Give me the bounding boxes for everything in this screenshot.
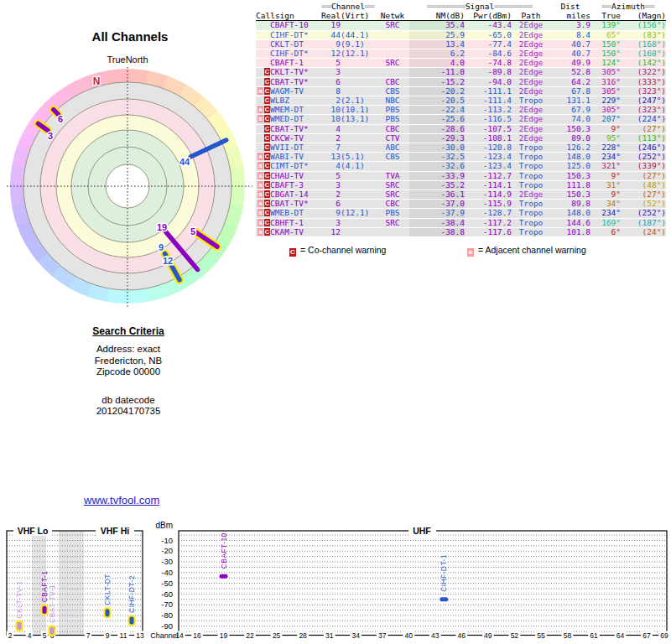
chart-marker-label: CBAT-TV-1 <box>48 584 56 623</box>
y-tick-label: -30 <box>161 557 173 566</box>
channel-tick-label: 2 <box>8 631 13 640</box>
chart-marker <box>440 597 448 601</box>
channel-tick-label: 5 <box>43 631 47 640</box>
vhf-hi-title: VHF Hi <box>101 526 130 536</box>
vhf-lo-title: VHF Lo <box>18 526 49 536</box>
y-tick-label: -20 <box>161 546 173 555</box>
chart-marker-label: CIHF-DT-1 <box>440 554 448 592</box>
chart-marker <box>43 606 47 614</box>
chart-marker-label: CIHF-DT-2 <box>127 575 136 613</box>
channel-tick-label: 28 <box>299 631 307 640</box>
y-tick-label: -70 <box>161 600 173 609</box>
channel-tick-label: 67 <box>642 631 651 640</box>
channel-tick-label: 9 <box>106 631 110 640</box>
channel-tick-label: 25 <box>273 631 281 640</box>
chart-marker-label: CBAFT-10 <box>220 532 228 569</box>
chart-marker <box>130 616 134 624</box>
channel-tick-label: 40 <box>405 631 414 640</box>
y-tick-label: -50 <box>161 579 173 588</box>
chart-marker-label: CKLT-DT <box>103 574 112 605</box>
channel-tick-label: 4 <box>28 631 32 640</box>
channel-tick-label: 22 <box>246 631 254 640</box>
signal-band-chart: VHF Lo VHF Hi UHF dBm -10-20-30-40-50-60… <box>0 0 671 644</box>
channel-tick-label: 69 <box>660 631 668 640</box>
y-tick-label: -90 <box>161 621 173 631</box>
channel-tick-label: 13 <box>136 631 144 640</box>
channel-tick-label: 37 <box>378 631 387 640</box>
channel-tick-label: 49 <box>484 631 492 640</box>
tvfool-report: All Channels TrueNorth 3644195912 N <box>0 0 671 644</box>
y-tick-label: -10 <box>161 536 173 545</box>
channel-tick-label: 46 <box>458 631 466 640</box>
x-axis-label: Channel <box>150 631 179 640</box>
uhf-panel <box>179 531 667 636</box>
channel-tick-label: 61 <box>590 631 598 640</box>
chart-marker <box>50 626 55 634</box>
channel-tick-label: 64 <box>616 631 625 640</box>
channel-tick-label: 58 <box>564 631 572 640</box>
channel-tick-label: 7 <box>86 631 91 640</box>
chart-marker <box>18 622 22 630</box>
y-tick-label: -60 <box>161 589 173 599</box>
y-axis-label: dBm <box>155 521 173 530</box>
channel-tick-label: 11 <box>120 631 127 640</box>
channel-tick-label: 43 <box>431 631 440 640</box>
y-tick-label: -40 <box>161 568 173 577</box>
band-gap <box>59 532 84 635</box>
y-axis-ticks: -10-20-30-40-50-60-70-80-90 <box>161 536 173 631</box>
chart-marker-label: CKLT-TV-1 <box>15 581 23 619</box>
channel-tick-label: 34 <box>351 631 360 640</box>
channel-tick-label: 52 <box>511 631 519 640</box>
channel-tick-label: 55 <box>537 631 545 640</box>
y-tick-label: -80 <box>161 610 173 620</box>
channel-tick-label: 31 <box>325 631 334 640</box>
chart-marker <box>220 574 228 579</box>
uhf-title: UHF <box>413 526 431 536</box>
channel-tick-label: 19 <box>220 631 228 640</box>
chart-marker <box>106 609 110 616</box>
channel-tick-label: 16 <box>193 631 201 640</box>
